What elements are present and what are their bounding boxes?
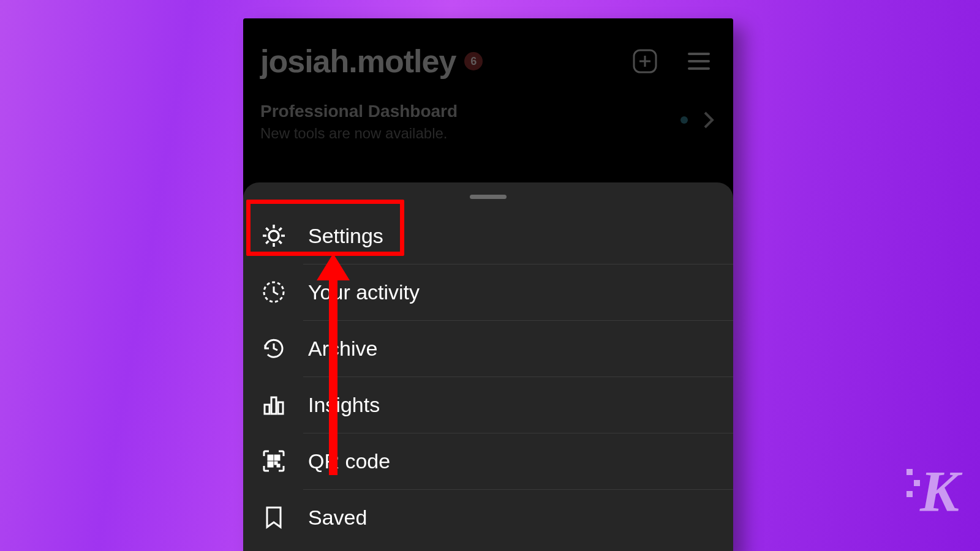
menu-item-saved[interactable]: Saved (243, 489, 733, 545)
menu-item-archive[interactable]: Archive (243, 320, 733, 377)
svg-rect-8 (265, 405, 270, 414)
menu-label: Settings (308, 224, 383, 248)
activity-clock-icon (260, 279, 287, 305)
dashboard-title: Professional Dashboard (260, 102, 716, 121)
watermark-logo: K (905, 457, 957, 525)
menu-label: Archive (308, 337, 377, 361)
menu-label: QR code (308, 449, 390, 473)
qr-code-icon (260, 448, 287, 474)
insights-bar-chart-icon (260, 391, 287, 418)
svg-rect-13 (268, 462, 273, 467)
menu-label: Insights (308, 393, 380, 417)
create-icon[interactable] (631, 48, 658, 75)
svg-rect-9 (271, 397, 276, 414)
bookmark-icon (260, 504, 287, 531)
archive-history-icon (260, 335, 287, 362)
background-gradient: josiah.motley 6 (0, 0, 980, 551)
svg-rect-12 (275, 455, 279, 460)
menu-item-qr-code[interactable]: QR code (243, 433, 733, 489)
gear-icon (260, 222, 287, 249)
notification-badge: 6 (464, 52, 483, 70)
menu-item-your-activity[interactable]: Your activity (243, 264, 733, 320)
dashboard-subtitle: New tools are now available. (260, 125, 716, 142)
svg-rect-15 (277, 465, 279, 467)
svg-rect-11 (268, 455, 273, 460)
profile-header: josiah.motley 6 (243, 18, 733, 159)
chevron-right-icon (703, 110, 715, 130)
indicator-dot (680, 116, 688, 124)
hamburger-menu-icon[interactable] (685, 48, 712, 75)
professional-dashboard-card[interactable]: Professional Dashboard New tools are now… (260, 102, 716, 142)
menu-label: Your activity (308, 280, 420, 304)
username-label[interactable]: josiah.motley (260, 43, 456, 80)
svg-rect-10 (278, 402, 283, 414)
sheet-grab-handle[interactable] (470, 195, 507, 199)
menu-item-insights[interactable]: Insights (243, 377, 733, 433)
menu-label: Saved (308, 506, 367, 530)
phone-frame: josiah.motley 6 (243, 18, 733, 551)
menu-item-settings[interactable]: Settings (243, 208, 733, 264)
bottom-sheet-menu: Settings Your activity (243, 182, 733, 551)
svg-point-6 (269, 231, 279, 241)
